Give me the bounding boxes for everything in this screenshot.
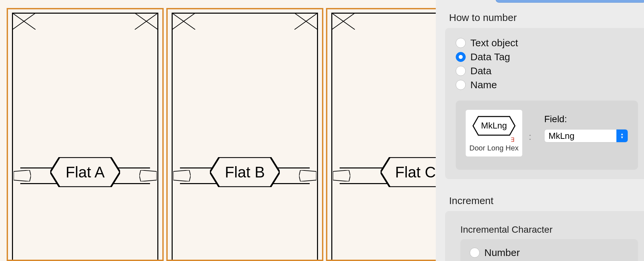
data-tag-field-box: MkLng ∃ Door Long Hex ˄ ˅ Field: MkLng ▲… <box>456 101 638 170</box>
corner-brace-icon <box>294 13 318 30</box>
corner-brace-icon <box>172 13 195 30</box>
radio-number[interactable]: Number <box>470 247 629 258</box>
data-tag[interactable]: Flat B <box>210 157 280 187</box>
hinge-icon <box>299 170 316 181</box>
panel-header-accent <box>496 0 644 3</box>
incremental-character-group: Number Letter <box>460 239 638 261</box>
field-label: Field: <box>544 114 628 125</box>
data-tag-label: Flat B <box>210 157 280 187</box>
corner-brace-icon <box>12 13 36 30</box>
increment-group: Incremental Character Number Letter <box>445 211 644 261</box>
radio-text-object[interactable]: Text object <box>456 37 638 49</box>
field-select-value: MkLng <box>545 130 616 142</box>
radio-label: Text object <box>470 37 518 49</box>
flat-panel[interactable]: Flat C <box>326 8 436 261</box>
corner-brace-icon <box>332 13 355 30</box>
tag-preview-text: MkLng <box>468 121 520 131</box>
svg-marker-12 <box>299 170 316 181</box>
annotation-glyph-icon: ∃ <box>504 138 520 142</box>
radio-icon <box>470 248 480 258</box>
svg-marker-16 <box>333 170 350 181</box>
data-tag[interactable]: Flat A <box>50 157 120 187</box>
radio-icon <box>456 38 466 48</box>
radio-label: Number <box>484 247 520 258</box>
hinge-icon <box>14 170 31 181</box>
how-to-number-group: Text object Data Tag Data Name <box>445 28 644 179</box>
select-arrows-icon: ▲▼ <box>616 130 628 142</box>
data-tag-label: Flat A <box>50 157 120 187</box>
section-title-how-to-number: How to number <box>449 12 644 23</box>
radio-label: Data Tag <box>470 51 510 63</box>
radio-label: Data <box>470 65 491 77</box>
corner-brace-icon <box>135 13 158 30</box>
svg-marker-11 <box>173 170 191 181</box>
radio-icon <box>456 52 466 62</box>
radio-icon <box>456 80 466 90</box>
tag-preview-caption: Door Long Hex <box>468 144 520 152</box>
radio-data[interactable]: Data <box>456 65 638 77</box>
svg-marker-4 <box>14 170 31 181</box>
radio-data-tag[interactable]: Data Tag <box>456 51 638 63</box>
tag-preview-stepper[interactable]: ˄ ˅ <box>527 135 533 142</box>
hinge-icon <box>173 170 191 181</box>
data-tag-label: Flat C <box>381 157 436 187</box>
hinge-icon <box>139 170 157 181</box>
chevron-down-icon: ˅ <box>527 139 533 142</box>
section-title-increment: Increment <box>449 195 644 206</box>
drawing-canvas[interactable]: Flat A Flat B <box>0 0 436 261</box>
data-tag[interactable]: Flat C <box>381 157 436 187</box>
hinge-icon <box>333 170 350 181</box>
svg-marker-5 <box>139 170 157 181</box>
flat-panel[interactable]: Flat A <box>7 8 164 261</box>
radio-label: Name <box>470 79 497 91</box>
tag-preview-card[interactable]: MkLng ∃ Door Long Hex <box>466 110 522 156</box>
flat-panel[interactable]: Flat B <box>166 8 323 261</box>
radio-name[interactable]: Name <box>456 79 638 91</box>
inspector-panel: How to number Text object Data Tag Data … <box>436 0 644 261</box>
field-select[interactable]: MkLng ▲▼ <box>544 129 628 142</box>
radio-icon <box>456 66 466 76</box>
sub-title-incremental-character: Incremental Character <box>460 224 638 235</box>
